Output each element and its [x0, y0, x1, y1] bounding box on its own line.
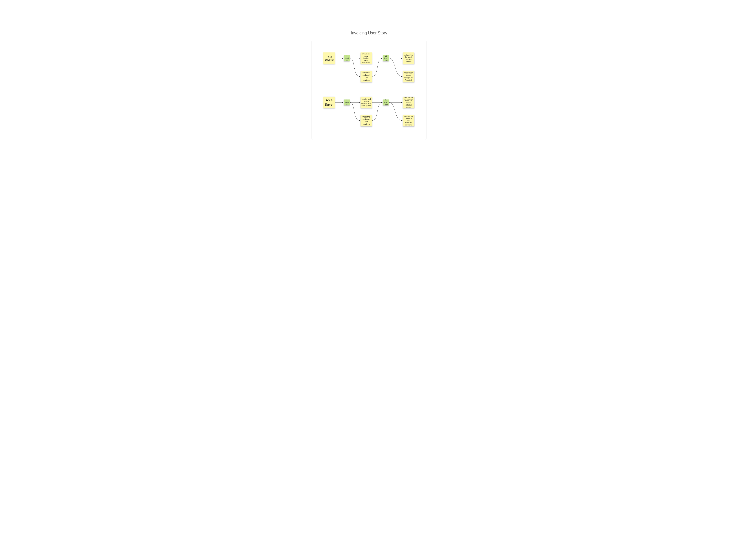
note-supplier-benefit-1[interactable]: get paid for the goods or services I pro… [403, 52, 414, 64]
note-supplier-benefit-2[interactable]: know when they have been received, revie… [403, 71, 414, 82]
note-supplier-persona[interactable]: As a Supplier [323, 52, 335, 64]
note-buyer-persona[interactable]: As a Buyer [323, 96, 335, 108]
note-supplier-want[interactable]: I want to [344, 55, 350, 61]
note-buyer-benefit-1[interactable]: make sure that the details are correct a… [403, 96, 414, 108]
note-buyer-goal-1[interactable]: receive and review invoices from my supp… [361, 96, 372, 108]
note-buyer-sothat[interactable]: So that I can [383, 99, 389, 105]
note-buyer-want[interactable]: I want to [344, 99, 350, 105]
note-supplier-goal-1[interactable]: create and send invoices to my customers [361, 52, 372, 64]
page-title: Invoicing User Story [256, 31, 482, 35]
note-supplier-goal-2[interactable]: track the status of my invoices [361, 71, 372, 82]
note-buyer-goal-2[interactable]: track the status of my invoices [361, 115, 372, 126]
diagram-canvas: As a Supplier I want to create and send … [312, 40, 426, 140]
note-buyer-benefit-2[interactable]: manage my cash flow and avoid late payme… [403, 115, 414, 126]
note-supplier-sothat[interactable]: So that I can [383, 55, 389, 61]
